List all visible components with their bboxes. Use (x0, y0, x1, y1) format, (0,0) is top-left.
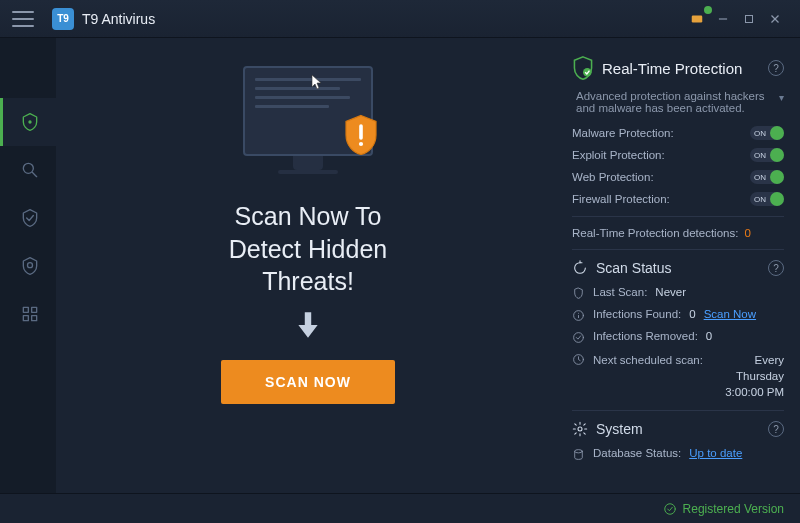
toggle-web[interactable]: ON (750, 170, 784, 184)
svg-point-8 (27, 263, 32, 268)
sidebar-item-protection[interactable] (0, 194, 56, 242)
scan-status-header: Scan Status ? (572, 260, 784, 276)
svg-point-5 (28, 120, 31, 123)
realtime-title: Real-Time Protection (602, 60, 768, 77)
right-panel: Real-Time Protection ? Advanced protecti… (560, 38, 800, 493)
sidebar-item-scan[interactable] (0, 146, 56, 194)
toggle-malware[interactable]: ON (750, 126, 784, 140)
protection-label: Exploit Protection: (572, 149, 665, 161)
svg-point-15 (583, 68, 592, 77)
svg-point-6 (23, 163, 33, 173)
clock-icon (572, 353, 585, 366)
svg-rect-0 (692, 15, 703, 22)
center-panel: Scan Now To Detect Hidden Threats! SCAN … (56, 38, 560, 493)
svg-point-19 (574, 333, 584, 343)
shield-check-icon (572, 56, 594, 80)
footer: Registered Version (0, 493, 800, 523)
realtime-protection-header: Real-Time Protection ? (572, 56, 784, 80)
maximize-button[interactable] (736, 8, 762, 30)
svg-point-21 (578, 427, 582, 431)
svg-rect-11 (23, 316, 28, 321)
detections-label: Real-Time Protection detections: (572, 227, 738, 239)
sidebar-item-home[interactable] (0, 98, 56, 146)
protection-label: Web Protection: (572, 171, 654, 183)
protection-label: Firewall Protection: (572, 193, 670, 205)
main-area: Scan Now To Detect Hidden Threats! SCAN … (56, 38, 800, 493)
svg-rect-2 (746, 15, 753, 22)
minimize-button[interactable] (710, 8, 736, 30)
svg-rect-10 (31, 307, 36, 312)
upgrade-badge-icon[interactable] (684, 8, 710, 30)
help-icon[interactable]: ? (768, 421, 784, 437)
last-scan-row: Last Scan: Never (572, 286, 784, 300)
sidebar-item-tools[interactable] (0, 290, 56, 338)
toggle-firewall[interactable]: ON (750, 192, 784, 206)
app-title: T9 Antivirus (82, 11, 155, 27)
registered-version-label: Registered Version (683, 502, 784, 516)
infections-found-row: Infections Found: 0 Scan Now (572, 308, 784, 322)
svg-point-23 (664, 503, 675, 514)
scan-headline: Scan Now To Detect Hidden Threats! (229, 200, 387, 298)
realtime-desc-row: Advanced protection against hackers and … (572, 90, 784, 114)
protection-row-malware: Malware Protection: ON (572, 126, 784, 140)
database-status-row: Database Status: Up to date (572, 447, 784, 461)
help-icon[interactable]: ? (768, 60, 784, 76)
scan-now-button[interactable]: SCAN NOW (221, 360, 395, 404)
svg-line-7 (32, 173, 36, 177)
check-circle-icon (572, 331, 585, 344)
titlebar: T9 T9 Antivirus (0, 0, 800, 38)
realtime-description: Advanced protection against hackers and … (576, 90, 773, 114)
down-arrow-icon (295, 310, 321, 348)
app-logo-icon: T9 (52, 8, 74, 30)
sidebar (0, 38, 56, 493)
protection-row-exploit: Exploit Protection: ON (572, 148, 784, 162)
info-icon (572, 309, 585, 322)
check-circle-icon (663, 502, 677, 516)
scan-now-link[interactable]: Scan Now (704, 308, 756, 320)
refresh-icon (572, 260, 588, 276)
svg-point-14 (359, 142, 363, 146)
svg-rect-9 (23, 307, 28, 312)
detections-count: 0 (744, 227, 750, 239)
sidebar-item-firewall[interactable] (0, 242, 56, 290)
cursor-icon (311, 74, 323, 93)
shield-alert-icon (343, 114, 379, 156)
svg-rect-12 (31, 316, 36, 321)
detections-row: Real-Time Protection detections: 0 (572, 227, 784, 239)
database-icon (572, 448, 585, 461)
next-scan-row: Next scheduled scan: Every Thursday 3:00… (572, 352, 784, 400)
close-button[interactable] (762, 8, 788, 30)
toggle-exploit[interactable]: ON (750, 148, 784, 162)
gear-icon (572, 421, 588, 437)
infections-removed-row: Infections Removed: 0 (572, 330, 784, 344)
monitor-illustration (233, 66, 383, 186)
system-header: System ? (572, 421, 784, 437)
protection-row-firewall: Firewall Protection: ON (572, 192, 784, 206)
protection-label: Malware Protection: (572, 127, 674, 139)
protection-row-web: Web Protection: ON (572, 170, 784, 184)
chevron-down-icon[interactable]: ▾ (779, 92, 784, 103)
svg-point-22 (575, 450, 583, 453)
database-status-link[interactable]: Up to date (689, 447, 742, 459)
shield-small-icon (572, 287, 585, 300)
menu-hamburger-button[interactable] (12, 11, 34, 27)
help-icon[interactable]: ? (768, 260, 784, 276)
